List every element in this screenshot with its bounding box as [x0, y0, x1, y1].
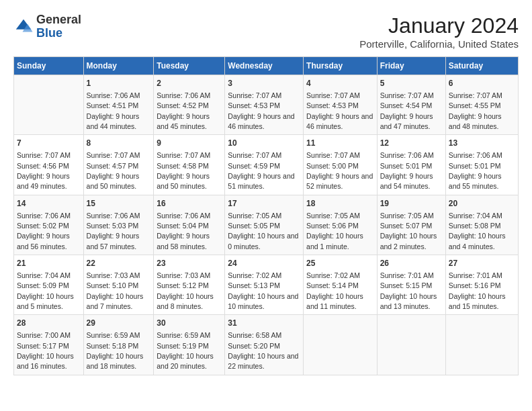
page-header: General Blue January 2024 Porterville, C…: [13, 13, 519, 50]
day-info: Sunrise: 7:07 AMSunset: 4:53 PMDaylight:…: [228, 91, 294, 130]
day-info: Sunrise: 7:07 AMSunset: 4:55 PMDaylight:…: [449, 91, 502, 130]
day-info: Sunrise: 7:07 AMSunset: 4:54 PMDaylight:…: [380, 91, 434, 130]
day-number: 15: [87, 198, 151, 210]
day-cell: 26Sunrise: 7:01 AMSunset: 5:15 PMDayligh…: [377, 255, 445, 315]
day-cell: 30Sunrise: 6:59 AMSunset: 5:19 PMDayligh…: [154, 315, 225, 375]
title-block: January 2024 Porterville, California, Un…: [359, 13, 519, 50]
subtitle: Porterville, California, United States: [359, 38, 519, 50]
day-cell: 17Sunrise: 7:05 AMSunset: 5:05 PMDayligh…: [225, 195, 304, 255]
col-header-tuesday: Tuesday: [154, 57, 225, 75]
day-cell: 16Sunrise: 7:06 AMSunset: 5:04 PMDayligh…: [154, 195, 225, 255]
calendar-table: SundayMondayTuesdayWednesdayThursdayFrid…: [13, 56, 519, 375]
logo: General Blue: [13, 13, 81, 40]
day-cell: 22Sunrise: 7:03 AMSunset: 5:10 PMDayligh…: [83, 255, 154, 315]
day-cell: 4Sunrise: 7:07 AMSunset: 4:53 PMDaylight…: [304, 75, 378, 135]
day-info: Sunrise: 6:59 AMSunset: 5:19 PMDaylight:…: [157, 331, 214, 370]
week-row-4: 21Sunrise: 7:04 AMSunset: 5:09 PMDayligh…: [14, 255, 519, 315]
day-info: Sunrise: 7:06 AMSunset: 4:51 PMDaylight:…: [87, 91, 140, 130]
day-info: Sunrise: 7:06 AMSunset: 5:01 PMDaylight:…: [449, 151, 502, 190]
day-info: Sunrise: 7:07 AMSunset: 5:00 PMDaylight:…: [306, 151, 373, 190]
day-info: Sunrise: 7:06 AMSunset: 4:52 PMDaylight:…: [157, 91, 210, 130]
col-header-friday: Friday: [377, 57, 445, 75]
week-row-3: 14Sunrise: 7:06 AMSunset: 5:02 PMDayligh…: [14, 195, 519, 255]
day-number: 31: [228, 318, 300, 329]
day-cell: 12Sunrise: 7:06 AMSunset: 5:01 PMDayligh…: [377, 135, 445, 195]
day-cell: 9Sunrise: 7:07 AMSunset: 4:58 PMDaylight…: [154, 135, 225, 195]
day-cell: 6Sunrise: 7:07 AMSunset: 4:55 PMDaylight…: [445, 75, 518, 135]
day-number: 11: [306, 138, 374, 149]
day-number: 5: [380, 78, 443, 89]
day-number: 23: [157, 258, 222, 269]
day-number: 16: [157, 198, 222, 210]
logo-general: General: [36, 13, 81, 27]
day-number: 3: [228, 78, 300, 89]
day-cell: [377, 315, 445, 375]
day-cell: 27Sunrise: 7:01 AMSunset: 5:16 PMDayligh…: [445, 255, 518, 315]
day-info: Sunrise: 7:02 AMSunset: 5:13 PMDaylight:…: [228, 271, 298, 310]
logo-icon: [13, 17, 34, 37]
day-info: Sunrise: 7:07 AMSunset: 4:56 PMDaylight:…: [17, 151, 71, 190]
day-number: 26: [380, 258, 443, 269]
day-number: 9: [157, 138, 222, 149]
day-number: 8: [87, 138, 151, 149]
day-info: Sunrise: 7:05 AMSunset: 5:06 PMDaylight:…: [306, 212, 363, 250]
day-number: 4: [306, 78, 374, 89]
day-number: 28: [17, 318, 81, 329]
day-cell: 25Sunrise: 7:02 AMSunset: 5:14 PMDayligh…: [304, 255, 378, 315]
day-number: 24: [228, 258, 300, 269]
day-cell: [304, 315, 378, 375]
day-number: 7: [17, 138, 81, 149]
week-row-5: 28Sunrise: 7:00 AMSunset: 5:17 PMDayligh…: [14, 315, 519, 375]
day-cell: 5Sunrise: 7:07 AMSunset: 4:54 PMDaylight…: [377, 75, 445, 135]
day-number: 29: [87, 318, 151, 329]
day-number: 21: [17, 258, 81, 269]
day-number: 27: [449, 258, 515, 269]
day-cell: 31Sunrise: 6:58 AMSunset: 5:20 PMDayligh…: [225, 315, 304, 375]
day-cell: [14, 75, 84, 135]
day-number: 1: [87, 78, 151, 89]
day-number: 14: [17, 198, 81, 210]
day-cell: 15Sunrise: 7:06 AMSunset: 5:03 PMDayligh…: [83, 195, 154, 255]
day-info: Sunrise: 7:05 AMSunset: 5:05 PMDaylight:…: [228, 212, 298, 250]
day-cell: 14Sunrise: 7:06 AMSunset: 5:02 PMDayligh…: [14, 195, 84, 255]
day-info: Sunrise: 7:06 AMSunset: 5:01 PMDaylight:…: [380, 151, 434, 190]
day-info: Sunrise: 7:01 AMSunset: 5:16 PMDaylight:…: [449, 271, 506, 310]
week-row-2: 7Sunrise: 7:07 AMSunset: 4:56 PMDaylight…: [14, 135, 519, 195]
day-number: 19: [380, 198, 443, 210]
day-cell: 19Sunrise: 7:05 AMSunset: 5:07 PMDayligh…: [377, 195, 445, 255]
day-cell: 8Sunrise: 7:07 AMSunset: 4:57 PMDaylight…: [83, 135, 154, 195]
day-cell: 18Sunrise: 7:05 AMSunset: 5:06 PMDayligh…: [304, 195, 378, 255]
day-info: Sunrise: 7:06 AMSunset: 5:03 PMDaylight:…: [87, 212, 140, 250]
day-number: 13: [449, 138, 515, 149]
day-info: Sunrise: 7:06 AMSunset: 5:02 PMDaylight:…: [17, 212, 71, 250]
day-number: 22: [87, 258, 151, 269]
col-header-thursday: Thursday: [304, 57, 378, 75]
day-cell: 2Sunrise: 7:06 AMSunset: 4:52 PMDaylight…: [154, 75, 225, 135]
col-header-wednesday: Wednesday: [225, 57, 304, 75]
day-cell: 3Sunrise: 7:07 AMSunset: 4:53 PMDaylight…: [225, 75, 304, 135]
logo-blue: Blue: [36, 27, 81, 40]
header-row: SundayMondayTuesdayWednesdayThursdayFrid…: [14, 57, 519, 75]
day-number: 6: [449, 78, 515, 89]
day-number: 20: [449, 198, 515, 210]
col-header-sunday: Sunday: [14, 57, 84, 75]
day-number: 17: [228, 198, 300, 210]
day-info: Sunrise: 7:04 AMSunset: 5:09 PMDaylight:…: [17, 271, 74, 310]
day-number: 30: [157, 318, 222, 329]
week-row-1: 1Sunrise: 7:06 AMSunset: 4:51 PMDaylight…: [14, 75, 519, 135]
logo-text: General Blue: [36, 13, 81, 40]
day-cell: 1Sunrise: 7:06 AMSunset: 4:51 PMDaylight…: [83, 75, 154, 135]
day-cell: 21Sunrise: 7:04 AMSunset: 5:09 PMDayligh…: [14, 255, 84, 315]
col-header-monday: Monday: [83, 57, 154, 75]
day-cell: 13Sunrise: 7:06 AMSunset: 5:01 PMDayligh…: [445, 135, 518, 195]
day-info: Sunrise: 7:03 AMSunset: 5:10 PMDaylight:…: [87, 271, 144, 310]
day-info: Sunrise: 7:03 AMSunset: 5:12 PMDaylight:…: [157, 271, 214, 310]
day-info: Sunrise: 7:04 AMSunset: 5:08 PMDaylight:…: [449, 212, 506, 250]
day-cell: 20Sunrise: 7:04 AMSunset: 5:08 PMDayligh…: [445, 195, 518, 255]
day-number: 18: [306, 198, 374, 210]
day-cell: 29Sunrise: 6:59 AMSunset: 5:18 PMDayligh…: [83, 315, 154, 375]
col-header-saturday: Saturday: [445, 57, 518, 75]
day-info: Sunrise: 7:06 AMSunset: 5:04 PMDaylight:…: [157, 212, 210, 250]
day-info: Sunrise: 7:02 AMSunset: 5:14 PMDaylight:…: [306, 271, 363, 310]
day-cell: 28Sunrise: 7:00 AMSunset: 5:17 PMDayligh…: [14, 315, 84, 375]
